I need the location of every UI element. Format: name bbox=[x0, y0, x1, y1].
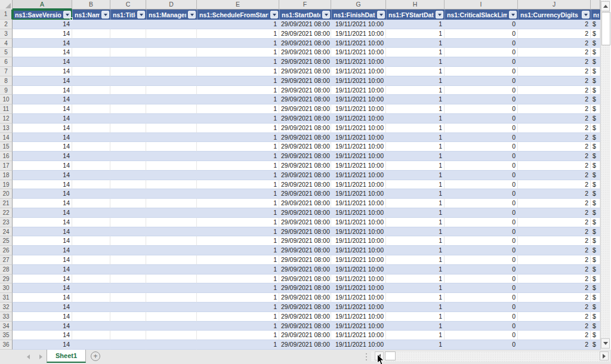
cell-H17[interactable]: 1 bbox=[386, 161, 445, 171]
cell-C28[interactable] bbox=[110, 265, 146, 274]
cell-H13[interactable]: 1 bbox=[386, 124, 445, 133]
cell-B17[interactable] bbox=[72, 161, 110, 171]
cell-J3[interactable]: 2 bbox=[518, 29, 591, 39]
cell-G31[interactable]: 19/11/2021 10:00 bbox=[331, 293, 386, 303]
cell-G14[interactable]: 19/11/2021 10:00 bbox=[331, 133, 386, 143]
cell-H24[interactable]: 1 bbox=[386, 227, 445, 237]
cell-G12[interactable]: 19/11/2021 10:00 bbox=[331, 114, 386, 124]
cell-K23[interactable]: $ bbox=[591, 218, 600, 227]
cell-D32[interactable] bbox=[146, 303, 197, 312]
cell-I34[interactable]: 0 bbox=[445, 322, 518, 331]
cell-I10[interactable]: 0 bbox=[445, 95, 518, 104]
cell-H25[interactable]: 1 bbox=[386, 236, 445, 246]
row-header-8[interactable]: 8 bbox=[0, 76, 13, 86]
cell-B24[interactable] bbox=[72, 227, 110, 237]
cell-B4[interactable] bbox=[72, 39, 110, 48]
cell-E20[interactable]: 1 bbox=[197, 189, 279, 199]
cell-E29[interactable]: 1 bbox=[197, 274, 279, 284]
cell-K21[interactable]: $ bbox=[591, 199, 600, 208]
cell-B35[interactable] bbox=[72, 331, 110, 340]
cell-A22[interactable]: 14 bbox=[13, 208, 72, 218]
cell-I18[interactable]: 0 bbox=[445, 171, 518, 180]
cell-D34[interactable] bbox=[146, 322, 197, 331]
cell-K14[interactable]: $ bbox=[591, 133, 600, 143]
cell-J16[interactable]: 2 bbox=[518, 152, 591, 161]
cell-J28[interactable]: 2 bbox=[518, 265, 591, 274]
cell-C10[interactable] bbox=[110, 95, 146, 104]
cell-A8[interactable]: 14 bbox=[13, 76, 72, 86]
row-header-30[interactable]: 30 bbox=[0, 283, 13, 293]
cell-C11[interactable] bbox=[110, 104, 146, 114]
cell-D8[interactable] bbox=[146, 76, 197, 86]
cell-C8[interactable] bbox=[110, 76, 146, 86]
column-header-J[interactable]: J bbox=[518, 0, 591, 10]
cell-D24[interactable] bbox=[146, 227, 197, 237]
cell-B20[interactable] bbox=[72, 189, 110, 199]
cell-A18[interactable]: 14 bbox=[13, 171, 72, 180]
cell-E36[interactable]: 1 bbox=[197, 340, 279, 350]
cell-H33[interactable]: 1 bbox=[386, 312, 445, 322]
cell-C31[interactable] bbox=[110, 293, 146, 303]
cell-J32[interactable]: 2 bbox=[518, 303, 591, 312]
cell-J19[interactable]: 2 bbox=[518, 180, 591, 190]
cell-H31[interactable]: 1 bbox=[386, 293, 445, 303]
cell-I36[interactable]: 0 bbox=[445, 340, 518, 350]
cell-G11[interactable]: 19/11/2021 10:00 bbox=[331, 104, 386, 114]
cell-A14[interactable]: 14 bbox=[13, 133, 72, 143]
cell-D26[interactable] bbox=[146, 246, 197, 255]
cell-J27[interactable]: 2 bbox=[518, 255, 591, 265]
cell-G19[interactable]: 19/11/2021 10:00 bbox=[331, 180, 386, 190]
cell-I3[interactable]: 0 bbox=[445, 29, 518, 39]
cell-A5[interactable]: 14 bbox=[13, 48, 72, 57]
cell-E28[interactable]: 1 bbox=[197, 265, 279, 274]
cell-I35[interactable]: 0 bbox=[445, 331, 518, 340]
row-header-35[interactable]: 35 bbox=[0, 331, 13, 340]
cell-F31[interactable]: 29/09/2021 08:00 bbox=[279, 293, 331, 303]
cell-F2[interactable]: 29/09/2021 08:00 bbox=[279, 20, 331, 29]
vertical-scroll-thumb[interactable] bbox=[601, 12, 610, 45]
cell-F18[interactable]: 29/09/2021 08:00 bbox=[279, 171, 331, 180]
column-header-H[interactable]: H bbox=[386, 0, 445, 10]
row-header-34[interactable]: 34 bbox=[0, 322, 13, 331]
cell-H35[interactable]: 1 bbox=[386, 331, 445, 340]
cell-F17[interactable]: 29/09/2021 08:00 bbox=[279, 161, 331, 171]
row-header-3[interactable]: 3 bbox=[0, 29, 13, 39]
cell-K27[interactable]: $ bbox=[591, 255, 600, 265]
cell-D14[interactable] bbox=[146, 133, 197, 143]
cell-C34[interactable] bbox=[110, 322, 146, 331]
cell-C25[interactable] bbox=[110, 236, 146, 246]
cell-F22[interactable]: 29/09/2021 08:00 bbox=[279, 208, 331, 218]
cell-J17[interactable]: 2 bbox=[518, 161, 591, 171]
cell-G9[interactable]: 19/11/2021 10:00 bbox=[331, 86, 386, 95]
cell-B34[interactable] bbox=[72, 322, 110, 331]
cell-F21[interactable]: 29/09/2021 08:00 bbox=[279, 199, 331, 208]
cell-I6[interactable]: 0 bbox=[445, 57, 518, 67]
cell-D18[interactable] bbox=[146, 171, 197, 180]
cell-G36[interactable]: 19/11/2021 10:00 bbox=[331, 340, 386, 350]
cell-G15[interactable]: 19/11/2021 10:00 bbox=[331, 142, 386, 152]
cell-H28[interactable]: 1 bbox=[386, 265, 445, 274]
cell-E11[interactable]: 1 bbox=[197, 104, 279, 114]
cell-J29[interactable]: 2 bbox=[518, 274, 591, 284]
cell-D31[interactable] bbox=[146, 293, 197, 303]
cell-B28[interactable] bbox=[72, 265, 110, 274]
cell-B19[interactable] bbox=[72, 180, 110, 190]
cell-F30[interactable]: 29/09/2021 08:00 bbox=[279, 283, 331, 293]
cell-H15[interactable]: 1 bbox=[386, 142, 445, 152]
cell-G24[interactable]: 19/11/2021 10:00 bbox=[331, 227, 386, 237]
cell-J36[interactable]: 2 bbox=[518, 340, 591, 350]
cell-G2[interactable]: 19/11/2021 10:00 bbox=[331, 20, 386, 29]
cell-E27[interactable]: 1 bbox=[197, 255, 279, 265]
cell-E30[interactable]: 1 bbox=[197, 283, 279, 293]
cell-I13[interactable]: 0 bbox=[445, 124, 518, 133]
cell-A9[interactable]: 14 bbox=[13, 86, 72, 95]
cell-H32[interactable]: 1 bbox=[386, 303, 445, 312]
cell-F7[interactable]: 29/09/2021 08:00 bbox=[279, 67, 331, 76]
cell-I30[interactable]: 0 bbox=[445, 283, 518, 293]
cell-D20[interactable] bbox=[146, 189, 197, 199]
row-header-21[interactable]: 21 bbox=[0, 199, 13, 208]
cell-G32[interactable]: 19/11/2021 10:00 bbox=[331, 303, 386, 312]
cell-E22[interactable]: 1 bbox=[197, 208, 279, 218]
cell-C19[interactable] bbox=[110, 180, 146, 190]
cell-A25[interactable]: 14 bbox=[13, 236, 72, 246]
